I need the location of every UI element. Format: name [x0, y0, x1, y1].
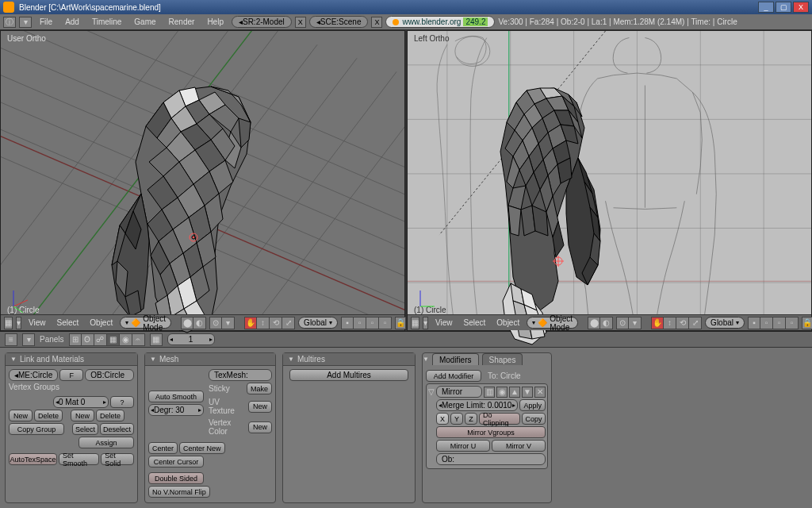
f-button[interactable]: F [59, 369, 83, 381]
vcol-new[interactable]: New [248, 421, 272, 433]
scene-selector[interactable]: ◂ SCE:Scene [309, 16, 369, 28]
mat-new[interactable]: New [71, 410, 94, 421]
vh-select-r[interactable]: Select [460, 318, 490, 327]
mod-render-icon[interactable]: ▥ [484, 387, 495, 398]
menu-timeline[interactable]: Timeline [87, 17, 126, 26]
menu-render[interactable]: Render [164, 17, 200, 26]
mod-collapse-icon[interactable]: ▽ [428, 387, 435, 396]
add-multires-btn[interactable]: Add Multires [289, 369, 408, 381]
mat-assign[interactable]: Assign [79, 437, 134, 448]
mod-down-icon[interactable]: ▼ [522, 387, 533, 398]
screen-delete[interactable]: X [295, 17, 306, 28]
autotex-button[interactable]: AutoTexSpace [9, 453, 57, 465]
close-button[interactable]: X [793, 2, 809, 13]
panel-modifiers: ▼ Modifiers Shapes Add ModifierTo: Circl… [422, 352, 552, 503]
no-vnorm-flip-btn[interactable]: No V.Normal Flip [148, 486, 210, 498]
center-cursor-btn[interactable]: Center Cursor [148, 456, 204, 468]
viewport-user-ortho[interactable]: User Ortho (1) Circle ▦ ▾ View Select Ob… [0, 30, 405, 331]
vg-delete[interactable]: Delete [34, 410, 63, 421]
set-smooth[interactable]: Set Smooth [59, 453, 99, 465]
menu-file[interactable]: File [35, 17, 57, 26]
web-link[interactable]: www.blender.org 249.2 [385, 16, 495, 28]
mode-selector[interactable]: ▾🔶Object Mode [120, 317, 171, 329]
vh-view[interactable]: View [25, 318, 50, 327]
panel-title-mesh: Mesh [159, 355, 178, 364]
widget-buttons[interactable]: ✋↕⟲⤢ [244, 317, 295, 329]
menu-collapse-icon[interactable]: ▾ [16, 317, 21, 329]
double-sided-btn[interactable]: Double Sided [148, 472, 204, 484]
buttons-collapse-icon[interactable]: ▾ [22, 333, 35, 346]
view3d-type-icon-r[interactable]: ▦ [411, 317, 419, 329]
orientation-selector[interactable]: Global▾ [298, 317, 338, 329]
copy-group[interactable]: Copy Group [9, 423, 64, 435]
shading-buttons[interactable]: ⬤◐ [181, 317, 206, 329]
vh-object[interactable]: Object [86, 318, 117, 327]
mod-display-icon[interactable]: ◉ [496, 387, 508, 398]
mat-index[interactable]: 0 Mat 0 [53, 396, 109, 408]
minimize-button[interactable]: _ [758, 2, 774, 13]
lock-icon-r[interactable]: 🔒 [802, 317, 812, 329]
center-btn[interactable]: Center [148, 442, 178, 454]
texmesh-field[interactable]: TexMesh: [209, 369, 272, 381]
auto-smooth[interactable]: Auto Smooth [148, 391, 204, 402]
shading-buttons-r[interactable]: ⬤◐ [588, 317, 613, 329]
set-solid[interactable]: Set Solid [101, 453, 134, 465]
mirror-u-btn[interactable]: Mirror U [436, 440, 490, 452]
mirror-v-btn[interactable]: Mirror V [492, 440, 546, 452]
menu-collapse-icon-r[interactable]: ▾ [423, 317, 428, 329]
widget-buttons-r[interactable]: ✋↕⟲⤢ [651, 317, 702, 329]
copy-mod-btn[interactable]: Copy [522, 413, 546, 425]
mat-select[interactable]: Select [72, 423, 98, 435]
view3d-type-icon[interactable]: ▦ [4, 317, 13, 329]
menu-help[interactable]: Help [202, 17, 228, 26]
menu-toggle-icon[interactable]: ▾ [19, 17, 32, 28]
frame-pager[interactable]: 1 [167, 333, 215, 345]
buttons-type-icon[interactable]: ≡ [5, 333, 17, 346]
mat-deselect[interactable]: Deselect [100, 423, 134, 435]
sticky-make[interactable]: Make [247, 383, 272, 394]
axis-widget-right [414, 289, 438, 313]
axis-y[interactable]: Y [450, 413, 463, 425]
vh-select[interactable]: Select [53, 318, 83, 327]
do-clipping-btn[interactable]: Do Clipping [479, 413, 520, 425]
menu-game[interactable]: Game [129, 17, 160, 26]
pivot-buttons[interactable]: ⊙▾ [209, 317, 235, 329]
mirror-vgroups-btn[interactable]: Mirror Vgroups [436, 426, 546, 438]
axis-z[interactable]: Z [465, 413, 477, 425]
mat-help[interactable]: ? [110, 396, 134, 408]
pivot-buttons-r[interactable]: ⊙▾ [616, 317, 642, 329]
mod-up-icon[interactable]: ▲ [509, 387, 520, 398]
lock-icon[interactable]: 🔒 [395, 317, 406, 329]
vcol-label: Vertex Color [209, 418, 247, 436]
mesh-torso-left [92, 83, 298, 344]
mirror-ob-field[interactable]: Ob: [436, 453, 546, 465]
orientation-selector-r[interactable]: Global▾ [705, 317, 745, 329]
viewport-header-left: ▦ ▾ View Select Object ▾🔶Object Mode ⬤◐ … [1, 314, 404, 330]
vh-view-r[interactable]: View [431, 318, 457, 327]
vh-object-r[interactable]: Object [492, 318, 523, 327]
merge-limit-field[interactable]: Merge Limit: 0.0010 [436, 399, 518, 411]
maximize-button[interactable]: ▢ [776, 2, 791, 13]
uv-new[interactable]: New [248, 401, 272, 413]
panels-label: Panels [40, 335, 64, 344]
degr-field[interactable]: Degr: 30 [148, 404, 204, 416]
apply-btn[interactable]: Apply [519, 399, 546, 411]
screen-selector[interactable]: ◂ SR:2-Model [232, 16, 292, 28]
add-modifier-btn[interactable]: Add Modifier [426, 370, 481, 382]
viewport-left-ortho[interactable]: Left Ortho (1) Circle ▦ ▾ View Select Ob… [407, 30, 812, 331]
mode-selector-r[interactable]: ▾🔶Object Mode [527, 317, 578, 329]
window-type-icon[interactable]: ⓘ [3, 17, 16, 28]
me-field[interactable]: ◂ME:Circle [9, 369, 58, 381]
mod-name-field[interactable]: Mirror [436, 386, 482, 398]
center-new-btn[interactable]: Center New [179, 442, 225, 454]
ob-field[interactable]: OB:Circle [85, 369, 134, 381]
mod-delete-icon[interactable]: ✕ [534, 387, 546, 398]
scene-delete[interactable]: X [371, 17, 382, 28]
layer-buttons-r[interactable]: ▪▫▫▫ [748, 317, 799, 329]
panels-area: ▼Link and Materials ◂ME:CircleFOB:Circle… [0, 347, 812, 508]
vg-new[interactable]: New [9, 410, 33, 421]
layer-buttons[interactable]: ▪▫▫▫ [341, 317, 392, 329]
axis-x[interactable]: X [436, 413, 449, 425]
menu-add[interactable]: Add [60, 17, 84, 26]
mat-delete[interactable]: Delete [96, 410, 124, 421]
